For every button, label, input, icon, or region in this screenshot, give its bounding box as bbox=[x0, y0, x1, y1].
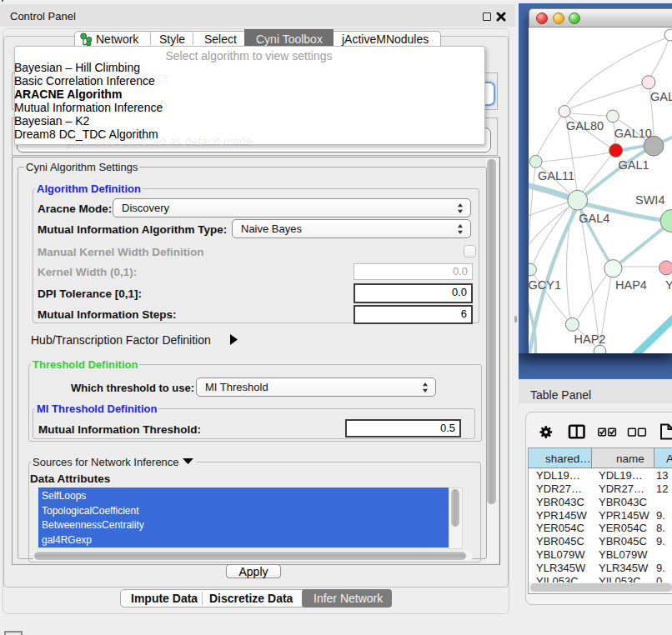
svg-text:GAL11: GAL11 bbox=[538, 169, 574, 182]
svg-text:GAL4: GAL4 bbox=[579, 212, 609, 225]
svg-text:GAL8: GAL8 bbox=[650, 90, 672, 103]
svg-text:GCY1: GCY1 bbox=[529, 278, 561, 292]
svg-text:GAL10: GAL10 bbox=[614, 127, 652, 140]
svg-text:HAP4: HAP4 bbox=[615, 278, 647, 292]
svg-text:SWI4: SWI4 bbox=[635, 193, 664, 207]
svg-text:HAP2: HAP2 bbox=[574, 332, 606, 346]
svg-text:GAL1: GAL1 bbox=[619, 158, 649, 172]
svg-text:GAL80: GAL80 bbox=[566, 119, 604, 132]
svg-text:Y: Y bbox=[665, 278, 672, 292]
